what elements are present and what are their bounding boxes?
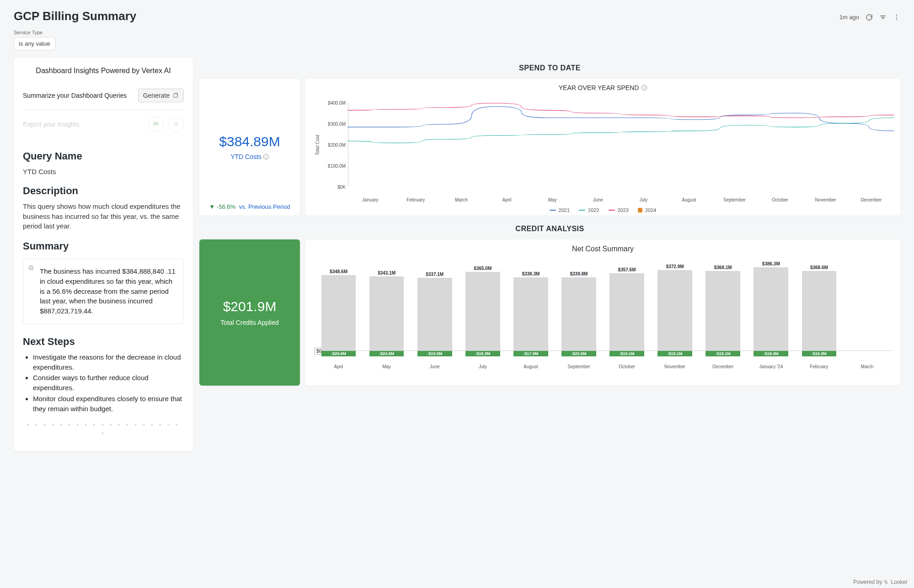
x-tick: November bbox=[803, 197, 849, 205]
legend-item[interactable]: 2024 bbox=[638, 207, 656, 213]
x-tick: July bbox=[459, 364, 507, 369]
svg-rect-6 bbox=[174, 94, 177, 97]
bar-label: $339.8M bbox=[555, 271, 603, 276]
x-tick: August bbox=[666, 197, 712, 205]
page-title: GCP Billing Summary bbox=[14, 9, 136, 23]
list-item: Consider ways to further reduce cloud ex… bbox=[33, 373, 184, 393]
filter-label: Service Type bbox=[14, 30, 900, 35]
svg-rect-9 bbox=[176, 122, 176, 124]
bar-column: March bbox=[843, 258, 891, 372]
bar-label: $365.0M bbox=[459, 266, 507, 271]
x-tick: October bbox=[603, 364, 651, 369]
bar-label: $348.6M bbox=[315, 269, 363, 274]
query-name: YTD Costs bbox=[23, 167, 184, 177]
slack-export-icon[interactable] bbox=[168, 117, 184, 132]
credits-value: $201.9M bbox=[223, 299, 277, 314]
insights-panel-title: Dashboard Insights Powered by Vertex AI bbox=[23, 67, 184, 75]
x-tick: July bbox=[621, 197, 667, 205]
x-tick: February bbox=[795, 364, 843, 369]
yoy-y-axis: $400.0M $300.0M $200.0M $100.0M $0K bbox=[323, 92, 347, 197]
netcost-chart-card[interactable]: Net Cost Summary $0.00 $348.6M-$29.9MApr… bbox=[305, 239, 900, 386]
x-tick: June bbox=[575, 197, 621, 205]
ytd-kpi-value: $384.89M bbox=[219, 134, 280, 149]
x-tick: January bbox=[347, 197, 393, 205]
query-name-heading: Query Name bbox=[23, 150, 184, 162]
x-tick: May bbox=[529, 197, 575, 205]
bar-column: $365.0M-$16.3MJuly bbox=[459, 258, 507, 372]
bar-label: $357.6M bbox=[603, 267, 651, 272]
summary-box: The business has incurred $384,888,840 .… bbox=[23, 259, 184, 324]
filter-icon[interactable] bbox=[879, 14, 887, 21]
legend-item[interactable]: 2023 bbox=[609, 207, 629, 213]
ytd-delta-vs: vs. Previous Period bbox=[239, 203, 290, 210]
x-tick: March bbox=[843, 364, 891, 369]
x-tick: February bbox=[393, 197, 439, 205]
x-tick: October bbox=[757, 197, 803, 205]
x-tick: June bbox=[411, 364, 459, 369]
x-tick: September bbox=[712, 197, 758, 205]
next-steps-heading: Next Steps bbox=[23, 336, 184, 348]
next-steps-list: Investigate the reasons for the decrease… bbox=[23, 352, 184, 414]
x-tick: September bbox=[555, 364, 603, 369]
down-arrow-icon: ▼ bbox=[209, 203, 215, 210]
x-tick: November bbox=[651, 364, 699, 369]
pagination-dots: • • • • • • • • • • • • • • • • • • • • bbox=[23, 421, 184, 437]
yoy-chart-title: YEAR OVER YEAR SPEND bbox=[559, 84, 639, 91]
ytd-delta-pct: -56.6% bbox=[217, 203, 235, 210]
x-tick: May bbox=[363, 364, 411, 369]
svg-point-5 bbox=[896, 19, 897, 20]
svg-point-4 bbox=[896, 16, 897, 17]
bar-label: $368.1M bbox=[699, 265, 747, 270]
bar-column: $386.3M-$19.4MJanuary '24 bbox=[747, 258, 795, 372]
bar-label: -$18.1M bbox=[716, 351, 731, 356]
credits-kpi-card[interactable]: $201.9M Total Credits Applied bbox=[199, 239, 300, 386]
description-text: This query shows how much cloud expendit… bbox=[23, 201, 184, 231]
bar-label: -$19.5M bbox=[427, 351, 442, 356]
yoy-chart-card[interactable]: YEAR OVER YEAR SPEND i Total Cost $400.0… bbox=[305, 79, 900, 216]
description-heading: Description bbox=[23, 185, 184, 197]
bar-label: -$16.3M bbox=[475, 351, 490, 356]
svg-rect-7 bbox=[174, 124, 176, 125]
yoy-ylabel: Total Cost bbox=[315, 135, 320, 155]
generate-button[interactable]: Generate bbox=[138, 89, 184, 102]
export-label: Export your Insights bbox=[23, 121, 80, 128]
bar-label: $372.9M bbox=[651, 264, 699, 269]
ytd-kpi-card[interactable]: $384.89M YTD Costs i ▼ -56.6% vs. Previo… bbox=[199, 79, 300, 216]
legend-item[interactable]: 2022 bbox=[579, 207, 599, 213]
last-refresh: 1m ago bbox=[839, 14, 859, 21]
x-tick: August bbox=[507, 364, 555, 369]
bar-column: $368.1M-$18.1MDecember bbox=[699, 258, 747, 372]
x-tick: December bbox=[699, 364, 747, 369]
x-tick: December bbox=[848, 197, 894, 205]
bar-label: -$20.6M bbox=[571, 351, 586, 356]
svg-point-3 bbox=[896, 15, 897, 16]
netcost-chart-title: Net Cost Summary bbox=[313, 245, 893, 253]
legend-item[interactable]: 2021 bbox=[550, 207, 570, 213]
info-icon[interactable]: i bbox=[641, 85, 647, 90]
info-icon[interactable]: i bbox=[263, 154, 269, 159]
x-tick: April bbox=[484, 197, 530, 205]
bar-label: -$18.1M bbox=[668, 351, 683, 356]
svg-rect-8 bbox=[177, 124, 179, 125]
bar-label: -$19.4M bbox=[764, 351, 779, 356]
bar-label: $343.1M bbox=[363, 270, 411, 275]
bar-column: $368.6M-$16.3MFebruary bbox=[795, 258, 843, 372]
x-tick: January '24 bbox=[747, 364, 795, 369]
list-item: Monitor cloud expenditures closely to en… bbox=[33, 394, 184, 414]
summary-heading: Summary bbox=[23, 240, 184, 252]
chat-export-icon[interactable] bbox=[148, 117, 164, 132]
list-item: Investigate the reasons for the decrease… bbox=[33, 352, 184, 372]
spend-section-title: SPEND TO DATE bbox=[199, 64, 900, 72]
yoy-x-axis: JanuaryFebruaryMarchAprilMayJuneJulyAugu… bbox=[347, 197, 894, 205]
top-actions: 1m ago bbox=[839, 14, 900, 21]
bar-label: $337.1M bbox=[411, 272, 459, 277]
more-icon[interactable] bbox=[893, 14, 900, 21]
copy-icon[interactable] bbox=[28, 264, 34, 274]
bar-column: $337.1M-$19.5MJune bbox=[411, 258, 459, 372]
bar-label: -$19.1M bbox=[620, 351, 635, 356]
filter-service-type[interactable]: is any value bbox=[14, 37, 55, 50]
insights-panel: Dashboard Insights Powered by Vertex AI … bbox=[14, 58, 193, 451]
refresh-icon[interactable] bbox=[866, 14, 873, 21]
bar-column: $348.6M-$29.9MApril bbox=[315, 258, 363, 372]
bar-label: -$16.3M bbox=[812, 351, 827, 356]
